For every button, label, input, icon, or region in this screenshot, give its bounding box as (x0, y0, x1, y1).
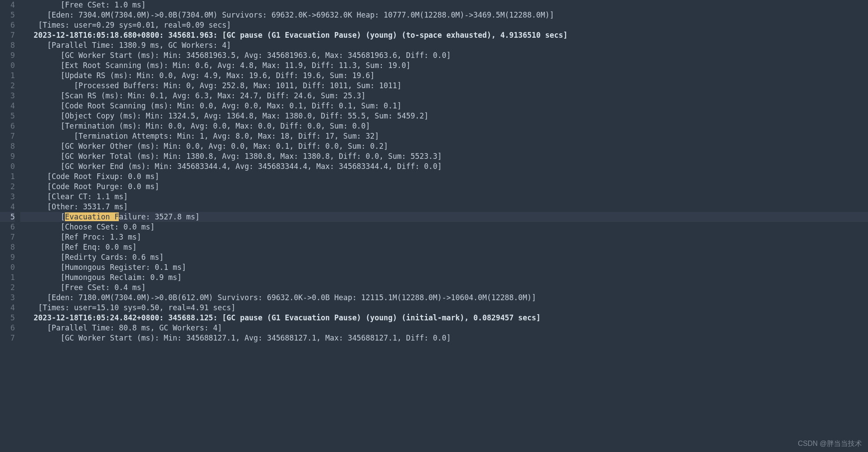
line-number: 4 (0, 202, 15, 212)
log-line[interactable]: [Free CSet: 0.4 ms] (20, 283, 868, 293)
log-line[interactable]: [Object Copy (ms): Min: 1324.5, Avg: 136… (20, 111, 868, 121)
log-line[interactable]: [Times: user=0.29 sys=0.01, real=0.09 se… (20, 20, 868, 30)
log-line[interactable]: [Choose CSet: 0.0 ms] (20, 222, 868, 232)
line-number: 0 (0, 61, 15, 71)
line-number: 9 (0, 50, 15, 61)
line-number: 5 (0, 313, 15, 323)
line-number: 5 (0, 10, 15, 20)
log-line[interactable]: 2023-12-18T16:05:24.842+0800: 345688.125… (20, 313, 868, 323)
log-line[interactable]: 2023-12-18T16:05:18.680+0800: 345681.963… (20, 30, 868, 40)
log-line[interactable]: [Redirty Cards: 0.6 ms] (20, 252, 868, 262)
log-line[interactable]: [Eden: 7180.0M(7304.0M)->0.0B(612.0M) Su… (20, 293, 868, 303)
log-line[interactable]: [GC Worker Start (ms): Min: 345681963.5,… (20, 50, 868, 61)
log-line[interactable]: [GC Worker Other (ms): Min: 0.0, Avg: 0.… (20, 141, 868, 151)
line-number: 6 (0, 121, 15, 131)
log-line[interactable]: [GC Worker Start (ms): Min: 345688127.1,… (20, 333, 868, 343)
log-line[interactable]: [Eden: 7304.0M(7304.0M)->0.0B(7304.0M) S… (20, 10, 868, 20)
line-number: 4 (0, 101, 15, 111)
log-line[interactable]: [Free CSet: 1.0 ms] (20, 0, 868, 10)
log-line[interactable]: [Times: user=15.10 sys=0.50, real=4.91 s… (20, 303, 868, 313)
search-highlight: Evacuation F (65, 212, 119, 221)
log-line[interactable]: [Humongous Reclaim: 0.9 ms] (20, 273, 868, 283)
line-number: 6 (0, 323, 15, 333)
line-number: 5 (0, 212, 15, 222)
log-line[interactable]: [Ext Root Scanning (ms): Min: 0.6, Avg: … (20, 61, 868, 71)
line-number: 2 (0, 182, 15, 192)
log-line[interactable]: [Code Root Scanning (ms): Min: 0.0, Avg:… (20, 101, 868, 111)
log-line[interactable]: [Termination (ms): Min: 0.0, Avg: 0.0, M… (20, 121, 868, 131)
line-number: 8 (0, 141, 15, 151)
log-line[interactable]: [GC Worker End (ms): Min: 345683344.4, A… (20, 161, 868, 172)
line-number: 1 (0, 273, 15, 283)
log-line[interactable]: [Update RS (ms): Min: 0.0, Avg: 4.9, Max… (20, 71, 868, 81)
line-number: 1 (0, 172, 15, 182)
line-number: 6 (0, 20, 15, 30)
line-number: 1 (0, 71, 15, 81)
line-number: 3 (0, 293, 15, 303)
log-line[interactable]: [GC Worker Total (ms): Min: 1380.8, Avg:… (20, 151, 868, 161)
line-number: 6 (0, 222, 15, 232)
line-number: 2 (0, 81, 15, 91)
line-number-gutter: 4567890123456789012345678901234567 (0, 0, 19, 452)
line-number: 8 (0, 40, 15, 50)
log-line[interactable]: [Ref Enq: 0.0 ms] (20, 242, 868, 252)
log-line[interactable]: [Ref Proc: 1.3 ms] (20, 232, 868, 242)
log-line[interactable]: [Clear CT: 1.1 ms] (20, 192, 868, 202)
log-line[interactable]: [Humongous Register: 0.1 ms] (20, 262, 868, 273)
log-line[interactable]: [Parallel Time: 80.8 ms, GC Workers: 4] (20, 323, 868, 333)
line-number: 7 (0, 333, 15, 343)
line-number: 7 (0, 232, 15, 242)
log-line[interactable]: [Evacuation Failure: 3527.8 ms] (20, 212, 868, 222)
line-number: 7 (0, 30, 15, 40)
log-line[interactable]: [Termination Attempts: Min: 1, Avg: 8.0,… (20, 131, 868, 141)
log-line[interactable]: [Code Root Fixup: 0.0 ms] (20, 172, 868, 182)
line-number: 9 (0, 151, 15, 161)
log-line[interactable]: [Scan RS (ms): Min: 0.1, Avg: 6.3, Max: … (20, 91, 868, 101)
line-number: 8 (0, 242, 15, 252)
log-line[interactable]: [Other: 3531.7 ms] (20, 202, 868, 212)
line-number: 7 (0, 131, 15, 141)
line-number: 2 (0, 283, 15, 293)
log-line[interactable]: [Processed Buffers: Min: 0, Avg: 252.8, … (20, 81, 868, 91)
line-number: 3 (0, 91, 15, 101)
line-number: 3 (0, 192, 15, 202)
line-number: 4 (0, 0, 15, 10)
line-number: 4 (0, 303, 15, 313)
line-number: 0 (0, 262, 15, 273)
line-number: 5 (0, 111, 15, 121)
line-number: 9 (0, 252, 15, 262)
log-viewer: 4567890123456789012345678901234567 [Free… (0, 0, 868, 452)
line-number: 0 (0, 161, 15, 172)
log-line[interactable]: [Parallel Time: 1380.9 ms, GC Workers: 4… (20, 40, 868, 50)
log-line[interactable]: [Code Root Purge: 0.0 ms] (20, 182, 868, 192)
log-code-area[interactable]: [Free CSet: 1.0 ms] [Eden: 7304.0M(7304.… (19, 0, 868, 452)
